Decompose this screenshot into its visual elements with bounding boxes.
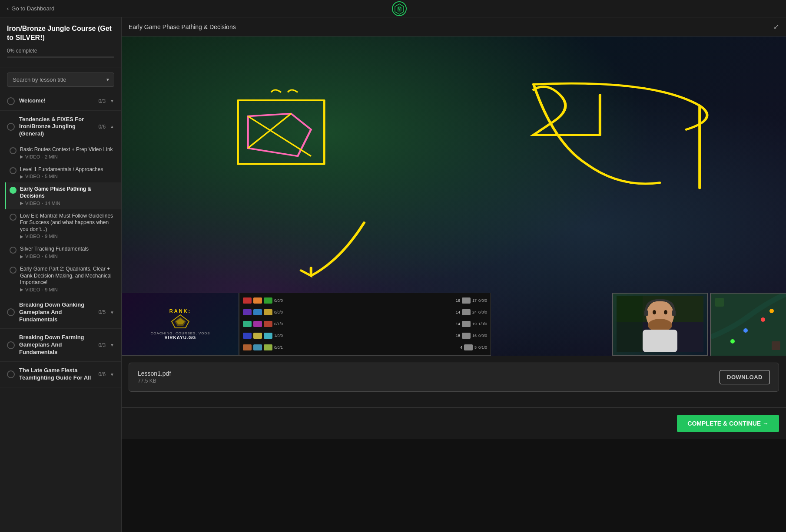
lesson-type: VIDEO xyxy=(25,154,40,159)
game-background: RANK: COACHING, COURSES, VODS VIRKAYU.GG xyxy=(122,36,786,356)
section-tendencies-title: Tendencies & FIXES For Iron/Bronze Jungl… xyxy=(19,116,94,138)
chevron-down-icon: ▼ xyxy=(110,99,114,103)
webcam-content xyxy=(613,294,707,355)
lesson-meta: ▶ VIDEO · 9 MIN xyxy=(20,287,114,292)
lesson-circle xyxy=(10,147,17,154)
chevron-down-icon: ▼ xyxy=(110,372,114,377)
lesson-separator: · xyxy=(42,201,43,206)
lesson-info: Early Game Part 2: Quadrants, Clear + Ga… xyxy=(20,266,114,292)
video-icon: ▶ xyxy=(20,234,23,239)
section-late-game-header[interactable]: The Late Game Fiesta Teamfighting Guide … xyxy=(0,362,121,387)
svg-rect-20 xyxy=(644,310,648,316)
download-card: Lesson1.pdf 77.5 KB DOWNLOAD xyxy=(129,363,779,392)
back-arrow-icon: ‹ xyxy=(7,5,9,12)
section-tendencies: Tendencies & FIXES For Iron/Bronze Jungl… xyxy=(0,111,121,296)
video-player[interactable]: RANK: COACHING, COURSES, VODS VIRKAYU.GG xyxy=(122,36,786,356)
svg-rect-17 xyxy=(643,330,677,352)
lesson-title: Early Game Part 2: Quadrants, Clear + Ga… xyxy=(20,266,114,286)
section-tendencies-count: 0/6 xyxy=(98,124,106,130)
download-info: Lesson1.pdf 77.5 KB xyxy=(138,370,171,384)
section-circle xyxy=(7,123,15,131)
lesson-type: VIDEO xyxy=(25,287,40,292)
svg-rect-4 xyxy=(238,100,325,164)
section-circle xyxy=(7,97,15,105)
minimap-overlay xyxy=(710,293,786,356)
section-welcome-count: 0/3 xyxy=(98,98,106,104)
section-farming-header[interactable]: Breaking Down Farming Gameplans And Fund… xyxy=(0,329,121,361)
section-ganking-title: Breaking Down Ganking Gameplans And Fund… xyxy=(19,301,94,324)
svg-rect-21 xyxy=(672,310,676,316)
svg-point-23 xyxy=(743,328,748,333)
search-box[interactable]: Search by lesson title ▼ xyxy=(7,73,114,87)
rank-domain: VIRKAYU.GG xyxy=(150,335,210,340)
chevron-down-icon: ▼ xyxy=(110,343,114,347)
lesson-title: Basic Routes Context + Prep Video Link xyxy=(20,146,114,153)
lesson-basic-routes[interactable]: Basic Routes Context + Prep Video Link ▶… xyxy=(5,143,121,163)
svg-line-6 xyxy=(248,114,291,149)
search-input[interactable]: Search by lesson title xyxy=(7,73,114,87)
progress-label: 0% complete xyxy=(7,48,114,54)
streamer-avatar xyxy=(617,296,703,352)
section-ganking-header[interactable]: Breaking Down Ganking Gameplans And Fund… xyxy=(0,296,121,329)
svg-point-24 xyxy=(761,317,765,322)
lesson-type: VIDEO xyxy=(25,201,40,206)
video-icon: ▶ xyxy=(20,287,23,292)
lesson-circle xyxy=(10,267,17,274)
lesson-duration: 2 MIN xyxy=(45,154,57,159)
lesson-early-game-pathing[interactable]: Early Game Phase Pathing & Decisions ▶ V… xyxy=(5,182,121,209)
lesson-separator: · xyxy=(42,174,43,179)
lesson-duration: 9 MIN xyxy=(45,287,57,292)
course-title: Iron/Bronze Jungle Course (Get to SILVER… xyxy=(7,24,114,43)
fullscreen-button[interactable]: ⤢ xyxy=(773,23,779,31)
lesson-separator: · xyxy=(42,154,43,159)
lesson-meta: ▶ VIDEO · 9 MIN xyxy=(20,234,114,239)
section-ganking-count: 0/5 xyxy=(98,309,106,315)
section-welcome-header[interactable]: Welcome! 0/3 ▼ xyxy=(0,92,121,110)
lesson-title: Early Game Phase Pathing & Decisions xyxy=(20,186,114,199)
complete-continue-button[interactable]: COMPLETE & CONTINUE → xyxy=(677,415,779,432)
sidebar-header: Iron/Bronze Jungle Course (Get to SILVER… xyxy=(0,17,121,67)
progress-container: 0% complete xyxy=(7,48,114,58)
lesson-circle xyxy=(10,247,17,254)
section-tendencies-header[interactable]: Tendencies & FIXES For Iron/Bronze Jungl… xyxy=(0,111,121,143)
download-button[interactable]: DOWNLOAD xyxy=(720,370,770,384)
lesson-separator: · xyxy=(42,254,43,259)
section-late-game: The Late Game Fiesta Teamfighting Guide … xyxy=(0,362,121,387)
lesson-duration: 6 MIN xyxy=(45,254,57,259)
rank-banner: RANK: COACHING, COURSES, VODS VIRKAYU.GG xyxy=(122,293,239,356)
svg-point-18 xyxy=(653,310,656,314)
lesson-silver-tracking[interactable]: Silver Tracking Fundamentals ▶ VIDEO · 6… xyxy=(5,242,121,262)
lesson-list: Basic Routes Context + Prep Video Link ▶… xyxy=(0,143,121,296)
video-icon: ▶ xyxy=(20,154,23,159)
lesson-meta: ▶ VIDEO · 5 MIN xyxy=(20,174,114,179)
video-title: Early Game Phase Pathing & Decisions xyxy=(129,23,236,30)
section-late-game-count: 0/6 xyxy=(98,371,106,377)
lesson-info: Silver Tracking Fundamentals ▶ VIDEO · 6… xyxy=(20,246,114,259)
lesson-info: Low Elo Mantra! Must Follow Guidelines F… xyxy=(20,213,114,239)
rank-label: RANK: xyxy=(150,308,210,314)
back-to-dashboard[interactable]: ‹ Go to Dashboard xyxy=(7,5,54,12)
sidebar: Iron/Bronze Jungle Course (Get to SILVER… xyxy=(0,17,122,532)
lesson-info: Level 1 Fundamentals / Approaches ▶ VIDE… xyxy=(20,166,114,179)
svg-point-26 xyxy=(769,309,774,313)
webcam-overlay xyxy=(612,293,708,356)
svg-text:V: V xyxy=(398,7,401,11)
lesson-duration: 9 MIN xyxy=(45,234,57,239)
lesson-meta: ▶ VIDEO · 14 MIN xyxy=(20,201,114,206)
lesson-low-elo[interactable]: Low Elo Mantra! Must Follow Guidelines F… xyxy=(5,209,121,243)
section-circle xyxy=(7,308,15,316)
section-welcome-title: Welcome! xyxy=(19,97,94,105)
lesson-circle-active xyxy=(10,187,17,194)
lesson-level1[interactable]: Level 1 Fundamentals / Approaches ▶ VIDE… xyxy=(5,163,121,183)
rank-sub1: COACHING, COURSES, VODS xyxy=(150,331,210,335)
lesson-separator: · xyxy=(42,234,43,239)
section-welcome: Welcome! 0/3 ▼ xyxy=(0,92,121,111)
lesson-circle xyxy=(10,167,17,174)
lesson-meta: ▶ VIDEO · 6 MIN xyxy=(20,254,114,259)
section-farming: Breaking Down Farming Gameplans And Fund… xyxy=(0,329,121,362)
lesson-info: Basic Routes Context + Prep Video Link ▶… xyxy=(20,146,114,159)
lesson-early-game-part2[interactable]: Early Game Part 2: Quadrants, Clear + Ga… xyxy=(5,262,121,296)
video-header: Early Game Phase Pathing & Decisions ⤢ xyxy=(122,17,786,36)
content-area: Early Game Phase Pathing & Decisions ⤢ xyxy=(122,17,786,532)
svg-rect-27 xyxy=(715,298,724,307)
